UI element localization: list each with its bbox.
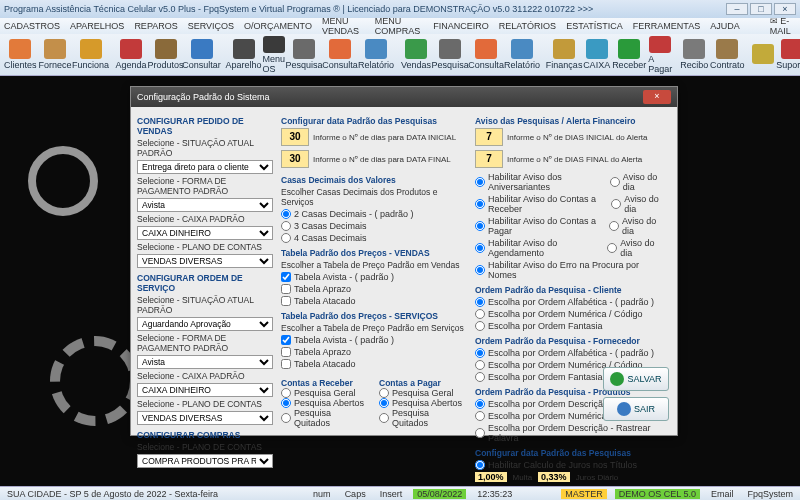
toolbar-button[interactable] [752,36,774,74]
dias-final-input[interactable]: 30 [281,150,309,168]
menu-item[interactable]: APARELHOS [70,21,124,31]
aviso-agend-radio[interactable]: Habilitar Aviso do Agendamento [475,238,597,258]
menu-item[interactable]: MENU COMPRAS [375,16,423,36]
toolbar-label: Consultar [182,60,221,70]
salvar-button[interactable]: SALVAR [603,367,669,391]
opc-fan-radio[interactable]: Escolha por Ordem Fantasia [475,321,661,331]
alerta-final-input[interactable]: 7 [475,150,503,168]
cp-abertos-radio[interactable]: Pesquisa Abertos [379,398,467,408]
toolbar-button[interactable]: Consulta [323,36,357,74]
toolbar-button[interactable]: Aparelho [227,36,261,74]
toolbar-button[interactable]: Pesquisa [433,36,467,74]
toolbar-button[interactable]: Consultar [185,36,219,74]
juros-value: 0,33% [538,472,570,482]
maximize-button[interactable]: □ [750,3,772,15]
toolbar-label: Pesquisa [286,60,323,70]
casas-4-radio[interactable]: 4 Casas Decimais [281,233,467,243]
menu-item[interactable]: FERRAMENTAS [633,21,700,31]
toolbar-button[interactable]: Vendas [401,36,431,74]
toolbar-button[interactable]: CAIXA [583,36,610,74]
toolbar-button[interactable]: Relatório [505,36,539,74]
pagamento-os-select[interactable]: Avista [137,355,273,369]
tpv-avista-check[interactable]: Tabela Avista - ( padrão ) [281,272,467,282]
menu-item[interactable]: REPAROS [134,21,177,31]
toolbar-icon [683,39,705,59]
field-label: Selecione - FORMA DE PAGAMENTO PADRÃO [137,176,273,196]
close-button[interactable]: × [774,3,796,15]
dias-inicial-input[interactable]: 30 [281,128,309,146]
toolbar-button[interactable]: Recibo [680,36,708,74]
dialog-close-button[interactable]: × [643,90,671,104]
field-label: Selecione - CAIXA PADRÃO [137,214,273,224]
casas-3-radio[interactable]: 3 Casas Decimais [281,221,467,231]
aviso-dia-radio[interactable]: Aviso do dia [610,172,661,192]
toolbar-label: Contrato [710,60,745,70]
alerta-inicial-input[interactable]: 7 [475,128,503,146]
casas-2-radio[interactable]: 2 Casas Decimais - ( padrão ) [281,209,467,219]
aviso-dia-radio[interactable]: Aviso do dia [607,238,661,258]
toolbar-button[interactable]: Menu OS [263,36,286,74]
toolbar-button[interactable]: Fornece [39,36,72,74]
plano-os-select[interactable]: VENDAS DIVERSAS [137,411,273,425]
caixa-os-select[interactable]: CAIXA DINHEIRO [137,383,273,397]
toolbar-icon [511,39,533,59]
toolbar-button[interactable]: Relatório [359,36,393,74]
tps-avista-check[interactable]: Tabela Avista - ( padrão ) [281,335,467,345]
opf-alf-radio[interactable]: Escolha por Ordem Alfabética - ( padrão … [475,348,661,358]
menu-item[interactable]: ESTATÍSTICA [566,21,623,31]
aviso-dia-radio[interactable]: Aviso do dia [611,194,661,214]
menu-item[interactable]: MENU VENDAS [322,16,365,36]
cr-abertos-radio[interactable]: Pesquisa Abertos [281,398,369,408]
tpv-atacado-check[interactable]: Tabela Atacado [281,296,467,306]
opc-alf-radio[interactable]: Escolha por Ordem Alfabética - ( padrão … [475,297,661,307]
pagamento-vendas-select[interactable]: Avista [137,198,273,212]
minimize-button[interactable]: – [726,3,748,15]
menu-item[interactable]: FINANCEIRO [433,21,489,31]
cr-geral-radio[interactable]: Pesquisa Geral [281,388,369,398]
toolbar-button[interactable]: Funciona [74,36,108,74]
sair-button[interactable]: SAIR [603,397,669,421]
toolbar-button[interactable]: Finanças [547,36,581,74]
cp-quitados-radio[interactable]: Pesquisa Quitados [379,408,467,428]
menu-item[interactable]: CADASTROS [4,21,60,31]
menu-item[interactable]: O/ORÇAMENTO [244,21,312,31]
cp-geral-radio[interactable]: Pesquisa Geral [379,388,467,398]
menu-item[interactable]: RELATÓRIOS [499,21,556,31]
status-email[interactable]: Email [708,489,737,499]
juros-enable-radio[interactable]: Habilitar Calculo de Juros nos Títulos [475,460,661,470]
aviso-dia-radio[interactable]: Aviso do dia [609,216,661,236]
toolbar-button[interactable]: Produtos [149,36,183,74]
status-master: MASTER [561,489,607,499]
toolbar-button[interactable]: Suporte [776,36,800,74]
toolbar-button[interactable]: Agenda [116,36,147,74]
aviso-aniv-radio[interactable]: Habilitar Aviso dos Aniversariantes [475,172,600,192]
situacao-vendas-select[interactable]: Entrega direto para o cliente [137,160,273,174]
aviso-pagar-radio[interactable]: Habilitar Aviso do Contas a Pagar [475,216,599,236]
toolbar-button[interactable]: Pesquisa [287,36,321,74]
menu-item[interactable]: AJUDA [710,21,740,31]
dialog-titlebar[interactable]: Configuração Padrão do Sistema × [131,87,677,107]
tpv-aprazo-check[interactable]: Tabela Aprazo [281,284,467,294]
plano-compras-select[interactable]: COMPRA PRODUTOS PRA REVENDA [137,454,273,468]
aviso-receber-radio[interactable]: Habilitar Aviso do Contas a Receber [475,194,601,214]
status-location: SUA CIDADE - SP 5 de Agosto de 2022 - Se… [4,489,221,499]
menu-item[interactable]: SERVIÇOS [188,21,234,31]
toolbar-icon [475,39,497,59]
situacao-os-select[interactable]: Aguardando Aprovação [137,317,273,331]
toolbar-label: Funciona [72,60,109,70]
email-icon[interactable]: ✉ E-MAIL [770,16,796,36]
toolbar-button[interactable]: Consulta [469,36,503,74]
caixa-vendas-select[interactable]: CAIXA DINHEIRO [137,226,273,240]
plano-vendas-select[interactable]: VENDAS DIVERSAS [137,254,273,268]
tps-atacado-check[interactable]: Tabela Atacado [281,359,467,369]
toolbar-button[interactable]: A Pagar [648,36,672,74]
toolbar-button[interactable]: Contrato [710,36,744,74]
section-header: Contas a Receber [281,378,369,388]
opc-num-radio[interactable]: Escolha por Ordem Numérica / Código [475,309,661,319]
cr-quitados-radio[interactable]: Pesquisa Quitados [281,408,369,428]
status-brand[interactable]: FpqSystem [744,489,796,499]
tps-aprazo-check[interactable]: Tabela Aprazo [281,347,467,357]
toolbar-button[interactable]: Receber [612,36,646,74]
aviso-erro-radio[interactable]: Habilitar Aviso do Erro na Procura por N… [475,260,661,280]
toolbar-button[interactable]: Clientes [4,36,37,74]
